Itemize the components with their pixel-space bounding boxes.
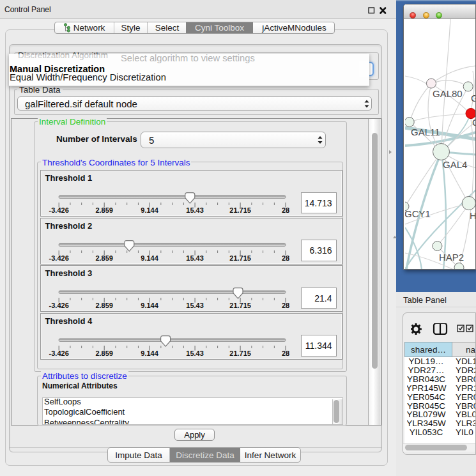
svg-text:21.715: 21.715	[229, 349, 251, 357]
svg-text:GCY1: GCY1	[405, 208, 431, 219]
svg-text:9.144: 9.144	[141, 206, 158, 214]
svg-text:28: 28	[281, 302, 289, 309]
svg-text:C: C	[472, 117, 476, 128]
svg-text:2.859: 2.859	[95, 206, 113, 214]
svg-text:-3.426: -3.426	[49, 349, 68, 357]
svg-text:28: 28	[281, 254, 289, 262]
svg-text:9.144: 9.144	[141, 254, 158, 262]
svg-text:21.715: 21.715	[229, 206, 251, 214]
svg-text:15.43: 15.43	[186, 254, 204, 262]
svg-text:-3.426: -3.426	[49, 254, 68, 262]
svg-text:28: 28	[281, 349, 289, 357]
svg-text:-3.426: -3.426	[49, 206, 68, 214]
svg-text:G: G	[471, 93, 476, 104]
svg-text:9.144: 9.144	[141, 349, 158, 357]
svg-text:21.715: 21.715	[229, 254, 251, 262]
svg-text:GAL80: GAL80	[433, 88, 463, 99]
svg-text:H: H	[470, 210, 476, 221]
svg-text:15.43: 15.43	[186, 206, 204, 214]
svg-text:-3.426: -3.426	[49, 302, 68, 309]
svg-text:HAP2: HAP2	[439, 252, 464, 263]
svg-text:GAL11: GAL11	[411, 127, 440, 137]
svg-text:2.859: 2.859	[95, 349, 113, 357]
svg-text:2.859: 2.859	[95, 302, 113, 309]
svg-text:21.715: 21.715	[229, 302, 251, 309]
svg-text:9.144: 9.144	[141, 302, 158, 309]
svg-text:28: 28	[281, 206, 289, 214]
svg-text:15.43: 15.43	[186, 349, 204, 357]
svg-text:2.859: 2.859	[95, 254, 113, 262]
svg-text:GAL4: GAL4	[443, 159, 467, 170]
svg-text:15.43: 15.43	[186, 302, 204, 309]
